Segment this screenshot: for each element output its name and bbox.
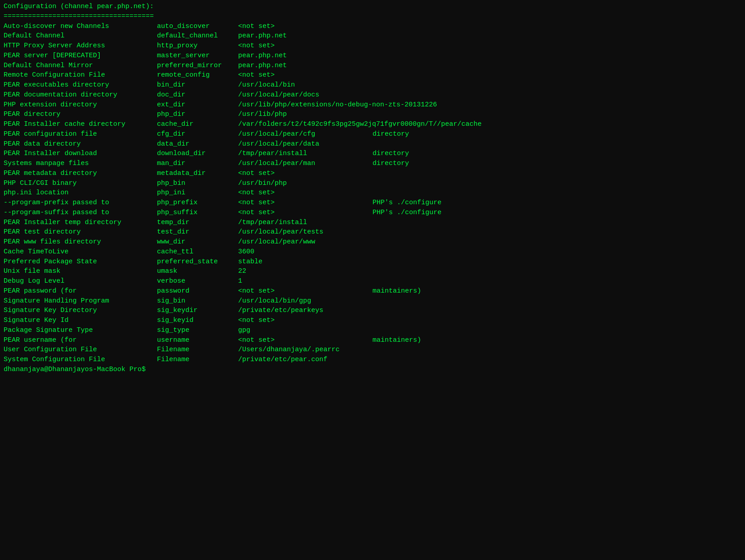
config-value: /private/etc/pearkeys xyxy=(238,306,323,316)
config-value: 22 xyxy=(238,266,246,276)
config-table: Auto-discover new Channelsauto_discover<… xyxy=(4,22,741,365)
config-key xyxy=(526,335,607,345)
config-key: sig_type xyxy=(157,326,238,335)
config-key: metadata_dir xyxy=(157,169,238,179)
config-value: <not set> xyxy=(238,169,275,179)
config-label: PEAR directory xyxy=(4,110,157,119)
config-value: /usr/bin/php xyxy=(238,179,287,188)
config-label: PEAR Installer cache directory xyxy=(4,119,157,129)
config-key: cache_ttl xyxy=(157,247,238,257)
table-row: System Configuration FileFilename/privat… xyxy=(4,355,741,365)
config-label: directory xyxy=(372,149,526,159)
config-key xyxy=(526,129,607,139)
config-label: User Configuration File xyxy=(4,345,157,355)
config-key: php_suffix xyxy=(157,208,238,218)
config-label: PEAR server [DEPRECATED] xyxy=(4,51,157,61)
table-row: Auto-discover new Channelsauto_discover<… xyxy=(4,22,741,32)
config-label: HTTP Proxy Server Address xyxy=(4,41,157,51)
table-row: php.ini locationphp_ini<not set> xyxy=(4,188,741,198)
config-value: /usr/local/pear/cfg xyxy=(238,129,315,139)
config-key: Filename xyxy=(157,355,238,365)
config-key: php_prefix xyxy=(157,198,238,208)
config-label: PEAR Installer temp directory xyxy=(4,218,157,228)
config-value: /usr/local/pear/man xyxy=(238,159,315,169)
config-key: cfg_dir xyxy=(157,129,238,139)
config-value: /private/etc/pear.conf xyxy=(238,355,327,365)
config-key: ext_dir xyxy=(157,100,238,110)
config-key: umask xyxy=(157,266,238,276)
terminal-separator: ===================================== xyxy=(4,12,741,22)
table-row: Default Channel Mirrorpreferred_mirrorpe… xyxy=(4,61,741,71)
config-key xyxy=(526,149,607,159)
config-label: Default Channel Mirror xyxy=(4,61,157,71)
config-label: PHP's ./configure xyxy=(372,198,526,208)
table-row: Debug Log Levelverbose1 xyxy=(4,276,741,286)
config-label: PEAR documentation directory xyxy=(4,90,157,100)
config-key: verbose xyxy=(157,276,238,286)
config-key xyxy=(526,286,607,296)
table-row: PEAR configuration filecfg_dir/usr/local… xyxy=(4,129,741,139)
table-row: PEAR directoryphp_dir/usr/lib/php xyxy=(4,110,741,119)
config-key xyxy=(526,208,607,218)
config-value: /usr/local/pear/docs xyxy=(238,90,319,100)
table-row: --program-prefix passed tophp_prefix<not… xyxy=(4,198,741,208)
config-label: --program-suffix passed to xyxy=(4,208,157,218)
config-label: PHP CLI/CGI binary xyxy=(4,179,157,188)
config-key: default_channel xyxy=(157,31,238,41)
config-value: /usr/local/pear/www xyxy=(238,237,315,247)
config-value: /tmp/pear/install xyxy=(238,149,307,159)
config-label: directory xyxy=(372,159,526,169)
config-key: password xyxy=(157,286,238,296)
terminal-prompt: dhananjaya@Dhananjayos-MacBook Pro$ xyxy=(4,365,741,375)
table-row: PEAR metadata directorymetadata_dir<not … xyxy=(4,169,741,179)
table-row: Signature Handling Programsig_bin/usr/lo… xyxy=(4,296,741,306)
config-key: preferred_state xyxy=(157,257,238,267)
config-label: Signature Key Directory xyxy=(4,306,157,316)
config-value: /usr/local/bin/gpg xyxy=(238,296,311,306)
config-key: sig_keyid xyxy=(157,316,238,326)
table-row: Systems manpage filesman_dir/usr/local/p… xyxy=(4,159,741,169)
config-value: stable xyxy=(238,257,262,267)
config-key: http_proxy xyxy=(157,41,238,51)
config-label: Default Channel xyxy=(4,31,157,41)
config-label: Package Signature Type xyxy=(4,326,157,335)
config-value: /usr/lib/php/extensions/no-debug-non-zts… xyxy=(238,100,437,110)
config-key: master_server xyxy=(157,51,238,61)
table-row: PHP CLI/CGI binaryphp_bin/usr/bin/php xyxy=(4,179,741,188)
config-key: cache_dir xyxy=(157,119,238,129)
terminal-header: Configuration (channel pear.php.net): xyxy=(4,2,741,12)
config-key: www_dir xyxy=(157,237,238,247)
config-value: /tmp/pear/install xyxy=(238,218,307,228)
config-label: Debug Log Level xyxy=(4,276,157,286)
config-value: <not set> xyxy=(238,70,275,80)
table-row: HTTP Proxy Server Addresshttp_proxy<not … xyxy=(4,41,741,51)
config-label: Signature Key Id xyxy=(4,316,157,326)
config-label: Remote Configuration File xyxy=(4,70,157,80)
config-label: PHP extension directory xyxy=(4,100,157,110)
config-value: /Users/dhananjaya/.pearrc xyxy=(238,345,340,355)
config-value: gpg xyxy=(238,326,250,335)
config-key: preferred_mirror xyxy=(157,61,238,71)
table-row: PEAR data directorydata_dir/usr/local/pe… xyxy=(4,139,741,149)
config-value: 1 xyxy=(238,276,242,286)
config-value: <not set> xyxy=(238,41,275,51)
config-label: Unix file mask xyxy=(4,266,157,276)
table-row: PEAR password (forpassword<not set>maint… xyxy=(4,286,741,296)
config-value: <not set> xyxy=(238,188,275,198)
table-row: PHP extension directoryext_dir/usr/lib/p… xyxy=(4,100,741,110)
config-key: man_dir xyxy=(157,159,238,169)
config-key: download_dir xyxy=(157,149,238,159)
table-row: User Configuration FileFilename/Users/dh… xyxy=(4,345,741,355)
config-value: /usr/local/pear/data xyxy=(238,139,319,149)
config-key: doc_dir xyxy=(157,90,238,100)
table-row: Remote Configuration Fileremote_config<n… xyxy=(4,70,741,80)
config-key: php_dir xyxy=(157,110,238,119)
config-key: sig_bin xyxy=(157,296,238,306)
config-label: Auto-discover new Channels xyxy=(4,22,157,32)
config-key: auto_discover xyxy=(157,22,238,32)
config-label: PEAR data directory xyxy=(4,139,157,149)
config-value: <not set> xyxy=(238,286,275,296)
config-key: Filename xyxy=(157,345,238,355)
config-label: PEAR www files directory xyxy=(4,237,157,247)
config-label: directory xyxy=(372,129,526,139)
